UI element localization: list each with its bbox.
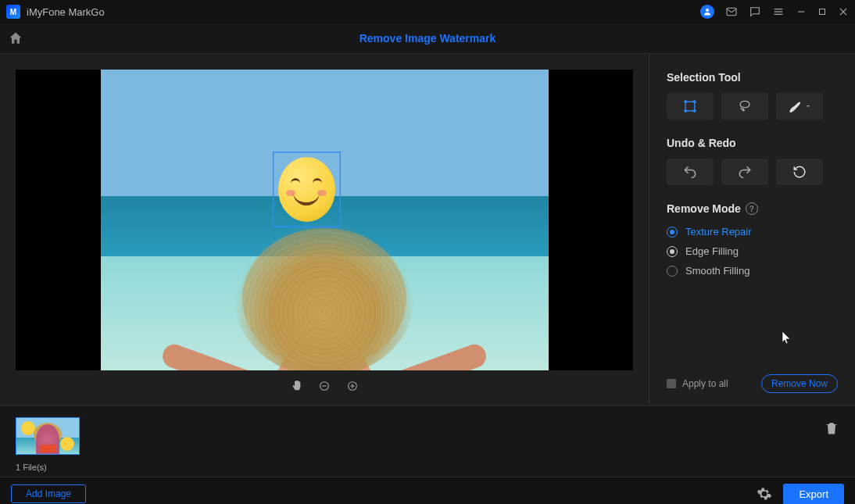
- mail-icon[interactable]: [725, 5, 738, 18]
- radio-icon: [667, 266, 678, 277]
- thumbnail-item[interactable]: [16, 417, 80, 455]
- svg-point-17: [685, 110, 687, 113]
- file-count-label: 1 File(s): [16, 463, 839, 472]
- mode-edge-filling[interactable]: Edge Filling: [667, 245, 838, 257]
- home-button[interactable]: [0, 23, 31, 53]
- bottom-bar: Add Image Export: [0, 477, 855, 504]
- radio-icon: [667, 246, 678, 257]
- remove-mode-heading-row: Remove Mode ?: [667, 202, 838, 215]
- canvas-area: [0, 54, 649, 406]
- account-icon[interactable]: [700, 5, 714, 19]
- watermark-selection[interactable]: [273, 152, 341, 227]
- minimize-icon[interactable]: [796, 6, 807, 17]
- rectangle-select-tool[interactable]: [667, 93, 714, 120]
- pan-hand-icon[interactable]: [290, 380, 302, 392]
- svg-point-16: [694, 101, 696, 103]
- titlebar: M iMyFone MarkGo: [0, 0, 855, 23]
- svg-point-15: [685, 101, 687, 103]
- zoom-out-icon[interactable]: [318, 380, 331, 392]
- app-title: iMyFone MarkGo: [27, 6, 105, 18]
- chevron-down-icon: [805, 103, 811, 109]
- svg-rect-6: [820, 9, 825, 15]
- maximize-icon[interactable]: [817, 7, 827, 16]
- feedback-icon[interactable]: [749, 5, 761, 18]
- thumbnail-row: [16, 417, 839, 455]
- settings-icon[interactable]: [757, 486, 772, 502]
- help-icon[interactable]: ?: [746, 202, 758, 215]
- mode-smooth-filling[interactable]: Smooth Filling: [667, 265, 838, 277]
- lasso-select-tool[interactable]: [721, 93, 768, 120]
- sidebar: Selection Tool Undo & Redo: [649, 54, 855, 406]
- svg-rect-14: [685, 102, 695, 111]
- svg-rect-1: [727, 8, 736, 15]
- undo-button[interactable]: [667, 159, 714, 185]
- canvas-frame[interactable]: [16, 70, 633, 370]
- apply-to-all-checkbox[interactable]: Apply to all: [667, 378, 728, 389]
- sidebar-bottom: Apply to all Remove Now: [667, 374, 838, 393]
- mode-label: Texture Repair: [685, 226, 752, 238]
- remove-mode-options: Texture Repair Edge Filling Smooth Filli…: [667, 226, 838, 277]
- mode-label: Edge Filling: [685, 245, 739, 257]
- app-logo-icon: M: [6, 5, 20, 19]
- svg-point-18: [694, 110, 696, 113]
- bottom-right: Export: [757, 484, 844, 505]
- canvas-controls: [290, 370, 359, 392]
- thumbnail-strip: 1 File(s): [0, 406, 855, 477]
- checkbox-icon: [667, 379, 676, 388]
- image-preview: [101, 70, 549, 370]
- emoji-watermark: [278, 157, 335, 222]
- brush-select-tool[interactable]: [776, 93, 823, 120]
- mode-texture-repair[interactable]: Texture Repair: [667, 226, 838, 238]
- titlebar-left: M iMyFone MarkGo: [6, 5, 105, 19]
- header-row: Remove Image Watermark: [0, 23, 855, 54]
- selection-tool-heading: Selection Tool: [667, 71, 838, 84]
- export-button[interactable]: Export: [783, 484, 844, 505]
- menu-icon[interactable]: [772, 5, 785, 18]
- page-title: Remove Image Watermark: [0, 32, 855, 45]
- remove-now-button[interactable]: Remove Now: [761, 374, 838, 393]
- titlebar-right: [700, 5, 849, 19]
- undo-redo-heading: Undo & Redo: [667, 137, 838, 149]
- close-icon[interactable]: [838, 6, 849, 17]
- svg-point-0: [706, 9, 709, 12]
- undo-redo-row: [667, 159, 838, 185]
- delete-thumbnail-button[interactable]: [824, 420, 839, 436]
- zoom-in-icon[interactable]: [346, 380, 359, 392]
- apply-all-label: Apply to all: [682, 378, 728, 389]
- selection-tool-row: [667, 93, 838, 120]
- reset-button[interactable]: [776, 159, 823, 185]
- cursor-icon: [782, 331, 792, 345]
- radio-icon: [667, 227, 678, 238]
- main-area: Selection Tool Undo & Redo: [0, 54, 855, 406]
- svg-point-19: [743, 109, 745, 111]
- redo-button[interactable]: [721, 159, 768, 185]
- add-image-button[interactable]: Add Image: [11, 484, 86, 503]
- remove-mode-heading: Remove Mode: [667, 202, 741, 215]
- mode-label: Smooth Filling: [685, 265, 749, 277]
